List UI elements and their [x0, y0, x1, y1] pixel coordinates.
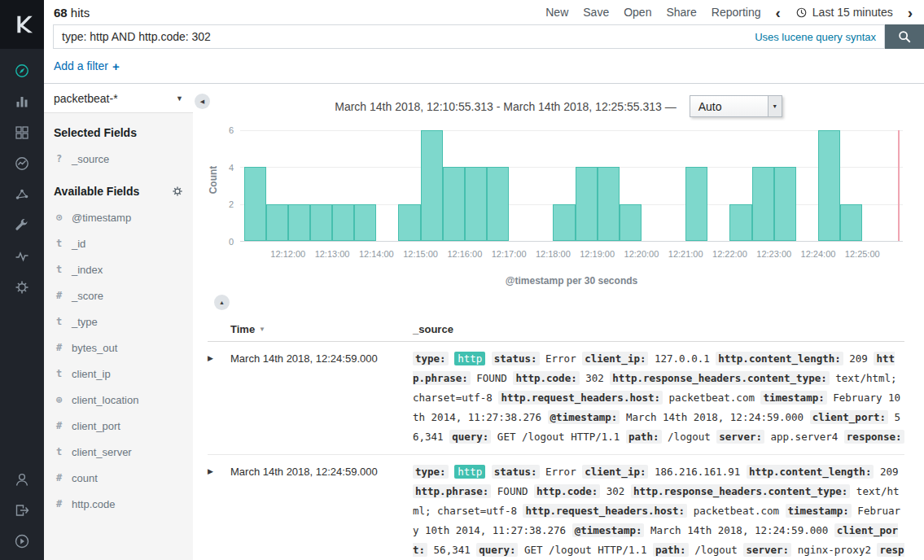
histogram-bar[interactable]: [266, 204, 288, 241]
source-field-name: client_ip:: [582, 352, 648, 365]
time-picker[interactable]: Last 15 minutes: [795, 6, 893, 19]
histogram-bar[interactable]: [288, 204, 310, 241]
menu-item-save[interactable]: Save: [583, 6, 609, 19]
kibana-discover-app: 68 hits NewSaveOpenShareReporting ‹ Last…: [0, 0, 924, 560]
source-field-value: FOUND: [497, 485, 528, 497]
source-field-value: 56,341: [434, 544, 471, 556]
histogram-bar[interactable]: [729, 204, 751, 241]
histogram-bar[interactable]: [421, 130, 443, 241]
nav-dashboard[interactable]: [0, 117, 44, 148]
time-forward-chevron-icon[interactable]: ›: [908, 5, 913, 20]
field-name: client_location: [72, 394, 138, 406]
field-item-_index[interactable]: t_index: [44, 256, 193, 282]
source-field-name: http.code:: [513, 371, 579, 385]
topbar-right: NewSaveOpenShareReporting ‹ Last 15 minu…: [545, 5, 913, 20]
field-name: client_port: [72, 420, 120, 432]
index-pattern-selector[interactable]: packetbeat-* ▼: [44, 84, 193, 113]
histogram-bar[interactable]: [332, 204, 354, 241]
source-field-name: status:: [492, 465, 540, 479]
source-field-name: http.response_headers.content_type:: [631, 484, 850, 498]
sort-caret-icon: ▼: [259, 326, 265, 333]
nav-management[interactable]: [0, 272, 44, 303]
field-item-_type[interactable]: t_type: [44, 308, 193, 335]
histogram-bar[interactable]: [598, 167, 620, 241]
search-input[interactable]: type: http AND http.code: 302 Uses lucen…: [53, 24, 885, 49]
histogram-bar[interactable]: [244, 167, 266, 241]
doc-table: Time ▼ _source ▶March 14th 2018, 12:24:5…: [208, 315, 904, 560]
topbar-menu: NewSaveOpenShareReporting: [545, 6, 760, 19]
menu-item-reporting[interactable]: Reporting: [712, 6, 761, 19]
field-item-_source[interactable]: ?_source: [44, 146, 193, 172]
source-field-value: Error: [545, 352, 576, 365]
field-item-count[interactable]: #count: [44, 465, 193, 491]
histogram-chart: Count 0246 12:12:0012:13:0012:14:0012:15…: [240, 130, 903, 269]
y-tick-label: 4: [229, 163, 234, 173]
histogram-bar[interactable]: [818, 130, 840, 241]
nav-monitoring[interactable]: [0, 241, 44, 272]
histogram-bar[interactable]: [443, 167, 465, 241]
kibana-logo[interactable]: [0, 0, 44, 49]
histogram-bar[interactable]: [310, 204, 332, 241]
time-back-chevron-icon[interactable]: ‹: [776, 5, 781, 20]
x-tick-label: 12:17:00: [492, 249, 527, 259]
expand-row-button[interactable]: ▶: [208, 349, 230, 447]
histogram-bar[interactable]: [465, 167, 487, 241]
field-name: _index: [72, 264, 103, 276]
source-field-value: March 14th 2018, 12:24:59.000: [626, 411, 804, 423]
field-item-client_port[interactable]: #client_port: [44, 413, 193, 439]
interval-select[interactable]: Auto ▼: [690, 95, 782, 117]
field-item-bytes_out[interactable]: #bytes_out: [44, 335, 193, 361]
field-item-client_ip[interactable]: tclient_ip: [44, 361, 193, 387]
gear-icon: [14, 279, 30, 295]
time-column-header[interactable]: Time ▼: [230, 323, 413, 335]
left-nav: [0, 0, 44, 560]
histogram-bar[interactable]: [487, 167, 509, 241]
histogram-bar[interactable]: [398, 204, 420, 241]
search-row: type: http AND http.code: 302 Uses lucen…: [44, 24, 924, 49]
histogram-bar[interactable]: [620, 204, 642, 241]
nav-timelion[interactable]: [0, 148, 44, 179]
hits-number: 68: [54, 6, 68, 20]
add-filter-link[interactable]: Add a filter: [54, 59, 108, 72]
field-item-http.code[interactable]: #http.code: [44, 491, 193, 517]
source-field-name: type:: [413, 465, 449, 479]
nav-discover[interactable]: [0, 55, 44, 86]
histogram-bar[interactable]: [774, 167, 796, 241]
source-field-name: path:: [653, 543, 689, 557]
nav-collapse[interactable]: [0, 526, 44, 557]
nav-visualize[interactable]: [0, 86, 44, 117]
nav-logout[interactable]: [0, 495, 44, 526]
field-item-client_location[interactable]: ⊕client_location: [44, 387, 193, 413]
field-item-_id[interactable]: t_id: [44, 230, 193, 256]
menu-item-share[interactable]: Share: [666, 6, 696, 19]
histogram-bar[interactable]: [685, 167, 707, 241]
lucene-syntax-link[interactable]: Uses lucene query syntax: [755, 31, 876, 43]
menu-item-new[interactable]: New: [545, 6, 568, 19]
field-item-client_server[interactable]: tclient_server: [44, 439, 193, 465]
fields-panel: packetbeat-* ▼ Selected Fields ?_source …: [44, 84, 193, 560]
histogram-bar[interactable]: [840, 204, 862, 241]
search-button[interactable]: [885, 24, 924, 49]
field-name: count: [72, 472, 98, 484]
field-item-@timestamp[interactable]: ⊙@timestamp: [44, 204, 193, 230]
menu-item-open[interactable]: Open: [624, 6, 651, 19]
nav-dev-tools[interactable]: [0, 210, 44, 241]
histogram-bar[interactable]: [576, 167, 598, 241]
collapse-sidebar-button[interactable]: ◀: [195, 94, 210, 109]
source-field-name: server:: [743, 543, 791, 557]
source-field-value: packetbeat.com: [669, 392, 755, 404]
add-filter-plus-icon[interactable]: +: [112, 59, 120, 73]
nav-machine-learning[interactable]: [0, 179, 44, 210]
field-type-icon: ⊙: [54, 212, 64, 223]
field-name: http.code: [72, 498, 116, 510]
source-field-value: 302: [607, 485, 625, 497]
histogram-bar[interactable]: [553, 204, 575, 241]
nav-account[interactable]: [0, 464, 44, 495]
histogram-bar[interactable]: [354, 204, 376, 241]
field-item-_score[interactable]: #_score: [44, 282, 193, 308]
collapse-chart-button[interactable]: ▲: [214, 295, 230, 310]
field-settings-gear-icon[interactable]: [172, 186, 183, 197]
histogram-bar[interactable]: [752, 167, 774, 241]
source-field-name: query:: [449, 430, 491, 444]
expand-row-button[interactable]: ▶: [208, 462, 230, 560]
